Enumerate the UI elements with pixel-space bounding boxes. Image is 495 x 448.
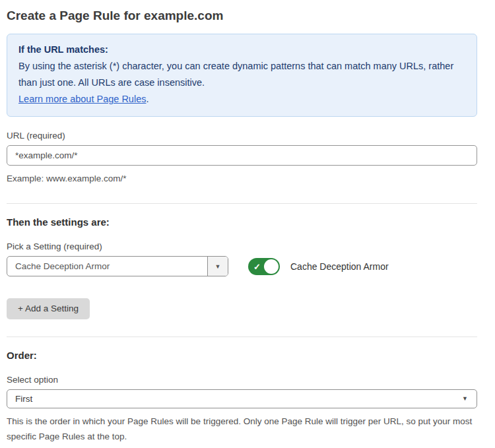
order-select-label: Select option xyxy=(7,375,477,385)
add-setting-button[interactable]: + Add a Setting xyxy=(7,298,90,319)
order-helper-text: This is the order in which your Page Rul… xyxy=(7,414,477,444)
url-input[interactable] xyxy=(7,145,477,166)
settings-section-heading: Then the settings are: xyxy=(7,216,477,228)
caret-down-icon[interactable]: ▼ xyxy=(207,257,228,276)
page-title: Create a Page Rule for example.com xyxy=(7,9,477,23)
url-match-info-box: If the URL matches: By using the asteris… xyxy=(7,34,477,117)
toggle-knob xyxy=(264,259,279,274)
divider xyxy=(7,203,477,204)
setting-select[interactable]: Cache Deception Armor ▼ xyxy=(7,256,228,276)
order-section-heading: Order: xyxy=(7,350,477,361)
create-page-rule-form: Create a Page Rule for example.com If th… xyxy=(0,0,495,448)
info-box-heading: If the URL matches: xyxy=(18,42,465,58)
link-suffix: . xyxy=(146,94,148,104)
learn-more-link[interactable]: Learn more about Page Rules xyxy=(18,94,146,104)
order-select[interactable]: First ▼ xyxy=(7,389,477,408)
divider xyxy=(7,336,477,337)
setting-toggle-group: ✓ Cache Deception Armor xyxy=(248,258,389,275)
order-select-value: First xyxy=(7,390,477,408)
url-example-helper: Example: www.example.com/* xyxy=(7,171,477,186)
info-box-link-line: Learn more about Page Rules. xyxy=(18,91,465,108)
info-box-body: By using the asterisk (*) character, you… xyxy=(18,58,465,91)
url-field-label: URL (required) xyxy=(7,131,477,141)
setting-toggle[interactable]: ✓ xyxy=(248,258,280,275)
pick-setting-label: Pick a Setting (required) xyxy=(7,241,477,251)
check-icon: ✓ xyxy=(253,262,261,271)
setting-toggle-label: Cache Deception Armor xyxy=(290,261,389,272)
caret-down-icon: ▼ xyxy=(462,395,468,402)
setting-select-value: Cache Deception Armor xyxy=(7,257,207,276)
setting-row: Cache Deception Armor ▼ ✓ Cache Deceptio… xyxy=(7,256,477,276)
